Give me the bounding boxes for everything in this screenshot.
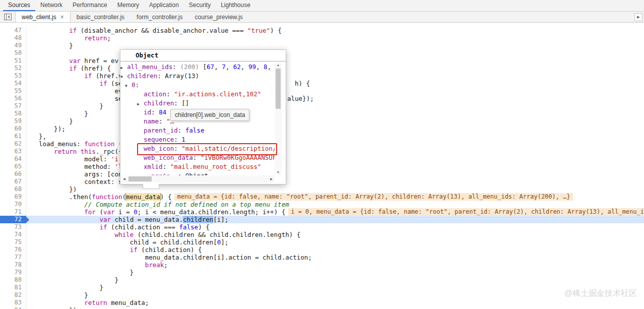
- line-number[interactable]: 70: [0, 201, 26, 208]
- code-line-content[interactable]: }: [26, 117, 644, 125]
- code-line-content[interactable]: }): [26, 306, 644, 309]
- line-number[interactable]: 68: [0, 186, 26, 193]
- code-line-content[interactable]: se: [26, 95, 644, 102]
- file-tab-course_preview.js[interactable]: course_preview.js: [188, 12, 248, 22]
- line-number[interactable]: 69: [0, 193, 26, 201]
- file-tab-basic_controller.js[interactable]: basic_controller.js: [71, 12, 131, 22]
- code-line-content[interactable]: },: [26, 133, 644, 140]
- code-line-content[interactable]: for (var i = 0; i < menu_data.children.l…: [26, 208, 644, 216]
- code-line-content[interactable]: });: [26, 125, 644, 133]
- line-number[interactable]: 59: [0, 117, 26, 125]
- code-line-content[interactable]: break;: [26, 261, 644, 269]
- code-line-content[interactable]: if (href) {: [26, 65, 644, 72]
- panel-tab-network[interactable]: Network: [35, 0, 68, 11]
- caret-right-icon[interactable]: ▶: [120, 64, 127, 72]
- line-number[interactable]: 65: [0, 163, 26, 170]
- scroll-right-icon[interactable]: ▶: [269, 175, 274, 182]
- code-line-content[interactable]: if (child.action === false) {: [26, 223, 644, 231]
- code-line-content[interactable]: [26, 49, 644, 57]
- caret-right-icon[interactable]: ▶: [137, 100, 144, 108]
- line-number[interactable]: 47: [0, 27, 26, 34]
- scroll-left-icon[interactable]: ◀: [121, 175, 127, 182]
- panel-tab-memory[interactable]: Memory: [112, 0, 144, 11]
- popover-horizontal-scrollbar[interactable]: ◀ ▶: [121, 175, 274, 182]
- code-line-content[interactable]: return menu_data;: [26, 299, 644, 306]
- code-line-content[interactable]: menu_data.children[i].action = child.act…: [26, 254, 644, 261]
- tab-scroll-right-icon[interactable]: ▶: [634, 13, 642, 21]
- line-number[interactable]: 83: [0, 299, 26, 306]
- line-number[interactable]: 74: [0, 231, 26, 238]
- line-number[interactable]: 82: [0, 291, 26, 299]
- caret-down-icon[interactable]: ▼: [125, 82, 132, 90]
- code-line-content[interactable]: model: 'i: [26, 155, 644, 163]
- line-number[interactable]: 66: [0, 170, 26, 178]
- line-number[interactable]: 50: [0, 49, 26, 57]
- file-tab-form_controller.js[interactable]: form_controller.js: [131, 12, 188, 22]
- code-line-content[interactable]: method: 'l: [26, 163, 644, 170]
- line-number[interactable]: 76: [0, 246, 26, 254]
- code-line-content[interactable]: args: [con: [26, 170, 644, 178]
- code-line-content[interactable]: .then(function(menu_data) {menu_data = {…: [26, 193, 644, 201]
- panel-tab-application[interactable]: Application: [144, 0, 184, 11]
- code-line-content[interactable]: return;: [26, 34, 644, 42]
- code-line-content[interactable]: ev: [26, 87, 644, 95]
- line-number[interactable]: 84: [0, 306, 26, 309]
- scroll-down-icon[interactable]: ▼: [275, 170, 282, 175]
- horizontal-scrollbar-thumb[interactable]: [128, 176, 152, 181]
- line-number[interactable]: 53: [0, 72, 26, 80]
- code-editor[interactable]: 47 if (disable_anchor && disable_anchor.…: [0, 23, 644, 309]
- line-number[interactable]: 67: [0, 178, 26, 186]
- code-line-content[interactable]: }: [26, 42, 644, 49]
- line-number[interactable]: 81: [0, 284, 26, 291]
- close-tab-icon[interactable]: ×: [60, 14, 64, 20]
- line-number[interactable]: 56: [0, 95, 26, 102]
- line-number[interactable]: 52: [0, 65, 26, 72]
- code-line-content[interactable]: return this._rpc({: [26, 148, 644, 155]
- code-line-content[interactable]: if (se: [26, 80, 644, 87]
- line-number[interactable]: 64: [0, 155, 26, 163]
- line-number[interactable]: 77: [0, 254, 26, 261]
- show-navigator-icon[interactable]: [0, 12, 15, 22]
- object-property-children[interactable]: ▼children: Array(13): [120, 72, 279, 81]
- caret-down-icon[interactable]: ▼: [120, 73, 127, 81]
- line-number[interactable]: 58: [0, 110, 26, 117]
- code-line-content[interactable]: }: [26, 110, 644, 117]
- code-line-content[interactable]: if (disable_anchor && disable_anchor.val…: [26, 27, 644, 34]
- line-number[interactable]: 72: [0, 216, 26, 223]
- panel-tab-lighthouse[interactable]: Lighthouse: [216, 0, 255, 11]
- panel-tab-performance[interactable]: Performance: [68, 0, 112, 11]
- line-number[interactable]: 48: [0, 34, 26, 42]
- code-line-content[interactable]: }: [26, 276, 644, 284]
- code-line-content[interactable]: }: [26, 291, 644, 299]
- line-number[interactable]: 60: [0, 125, 26, 133]
- code-line-content[interactable]: }: [26, 284, 644, 291]
- line-number[interactable]: 62: [0, 140, 26, 148]
- code-line-content[interactable]: var href = ev.: [26, 57, 644, 65]
- code-line-content[interactable]: if (href.v: [26, 72, 644, 80]
- code-line-content[interactable]: var child = menu_data.children[i];: [26, 216, 644, 223]
- code-line-content[interactable]: child = child.children[0];: [26, 238, 644, 246]
- code-line-content[interactable]: context: s: [26, 178, 644, 186]
- line-number[interactable]: 49: [0, 42, 26, 49]
- line-number[interactable]: 61: [0, 133, 26, 140]
- popover-vertical-scrollbar[interactable]: ▲ ▼: [275, 63, 282, 175]
- object-property-all_menu_ids[interactable]: ▶all_menu_ids: (200) [67, 7, 62, 99, 8, …: [120, 63, 279, 72]
- line-number[interactable]: 80: [0, 276, 26, 284]
- line-number[interactable]: 79: [0, 269, 26, 276]
- code-line-content[interactable]: // Compute action_id if not defined on a…: [26, 201, 644, 208]
- panel-tab-sources[interactable]: Sources: [3, 0, 35, 11]
- code-line-content[interactable]: load_menus: function (: [26, 140, 644, 148]
- line-number[interactable]: 57: [0, 102, 26, 110]
- line-number[interactable]: 51: [0, 57, 26, 65]
- scroll-up-icon[interactable]: ▲: [275, 63, 282, 68]
- line-number[interactable]: 78: [0, 261, 26, 269]
- object-property-children[interactable]: ▶children: []: [120, 99, 279, 108]
- line-number[interactable]: 73: [0, 223, 26, 231]
- code-line-content[interactable]: if (child.action) {: [26, 246, 644, 254]
- object-property-0[interactable]: ▼0:: [120, 81, 279, 90]
- code-line-content[interactable]: }): [26, 186, 644, 193]
- file-tab-web_client.js[interactable]: web_client.js×: [15, 12, 71, 22]
- line-number[interactable]: 55: [0, 87, 26, 95]
- line-number[interactable]: 54: [0, 80, 26, 87]
- panel-tab-security[interactable]: Security: [184, 0, 216, 11]
